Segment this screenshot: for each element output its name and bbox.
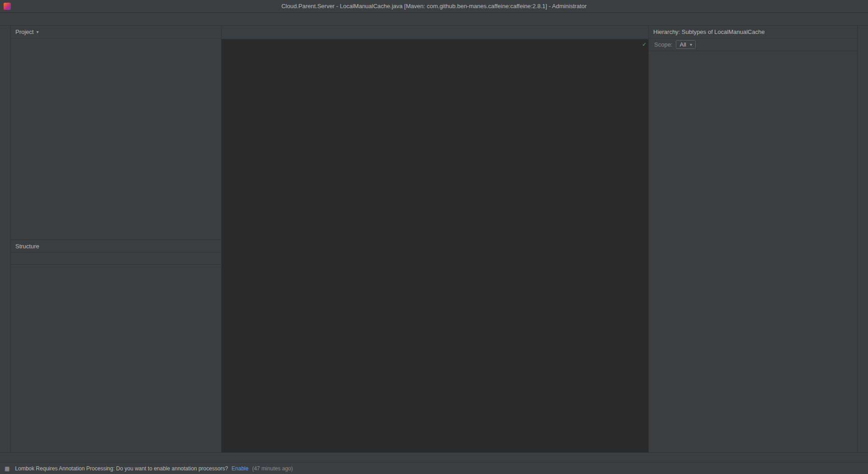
enable-link[interactable]: Enable xyxy=(231,465,248,472)
editor-tabs xyxy=(222,26,648,39)
structure-panel-title: Structure xyxy=(15,243,39,250)
left-tool-stripe xyxy=(0,26,11,452)
tool-window-bar xyxy=(0,452,868,462)
app-icon xyxy=(4,3,11,10)
scope-label: Scope: xyxy=(654,41,672,48)
left-panels: Project ▾ Structure xyxy=(11,26,222,452)
hierarchy-panel-header: Hierarchy: Subtypes of LocalManualCache xyxy=(649,26,857,38)
title-bar: Cloud.Parent.Server - LocalManualCache.j… xyxy=(0,0,868,13)
status-bar: ▦ Lombok Requires Annotation Processing:… xyxy=(0,462,868,474)
project-panel-header: Project ▾ xyxy=(11,26,221,38)
project-panel-title: Project xyxy=(15,28,33,35)
chevron-down-icon[interactable]: ▾ xyxy=(36,29,38,34)
hierarchy-panel-title: Hierarchy: Subtypes of LocalManualCache xyxy=(653,28,764,35)
structure-tree xyxy=(11,265,221,452)
window-title: Cloud.Parent.Server - LocalManualCache.j… xyxy=(281,3,586,9)
scope-select[interactable]: All ▾ xyxy=(676,40,695,49)
status-timestamp: (47 minutes ago) xyxy=(252,465,293,472)
project-panel: Project ▾ xyxy=(11,26,221,240)
scope-value: All xyxy=(679,41,686,48)
navigation-bar xyxy=(0,13,868,26)
structure-panel: Structure xyxy=(11,240,221,452)
project-tree xyxy=(11,38,221,240)
hierarchy-panel: Hierarchy: Subtypes of LocalManualCache … xyxy=(648,26,857,452)
editor-area: ✓ xyxy=(222,26,648,452)
chevron-down-icon: ▾ xyxy=(690,42,692,47)
main-area: Project ▾ Structure ✓ Hierarchy: Subtype… xyxy=(0,26,868,452)
hierarchy-tree xyxy=(649,51,857,452)
inspection-status-icon[interactable]: ✓ xyxy=(642,41,646,47)
structure-toolbar xyxy=(11,253,221,265)
right-tool-stripe xyxy=(857,26,868,452)
structure-panel-header: Structure xyxy=(11,240,221,253)
toolwindow-switcher-icon[interactable]: ▦ xyxy=(5,465,9,472)
hierarchy-toolbar: Scope: All ▾ xyxy=(649,38,857,51)
status-message: Lombok Requires Annotation Processing: D… xyxy=(15,465,228,472)
editor[interactable]: ✓ xyxy=(222,39,648,452)
